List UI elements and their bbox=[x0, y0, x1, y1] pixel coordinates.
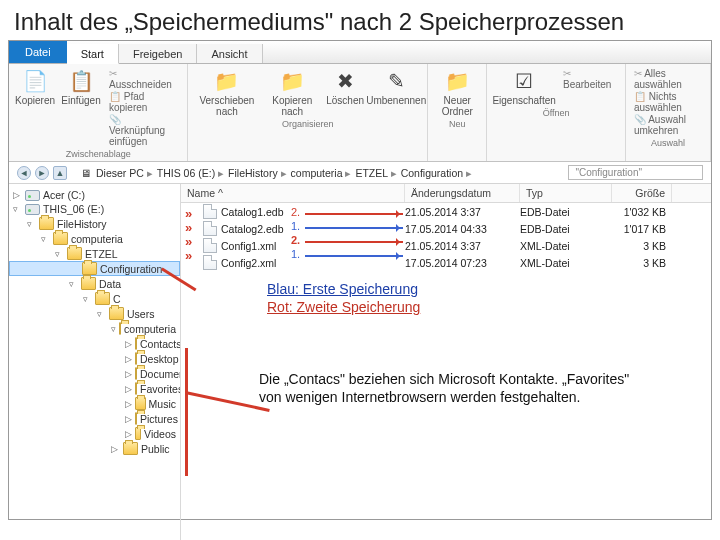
ribbon: 📄Kopieren 📋Einfügen Ausschneiden Pfad ko… bbox=[9, 64, 711, 162]
pastelink-button[interactable]: Verknüpfung einfügen bbox=[109, 114, 179, 147]
cut-button[interactable]: Ausschneiden bbox=[109, 68, 179, 90]
file-name: Config2.xml bbox=[221, 257, 276, 269]
tree-node[interactable]: ▷Favorites bbox=[9, 381, 180, 396]
file-size: 1'017 KB bbox=[612, 223, 672, 235]
folder-icon bbox=[53, 232, 68, 245]
note-text: Die „Contacs" beziehen sich Microsoft Ko… bbox=[259, 370, 639, 406]
crumb-seg[interactable]: FileHistory bbox=[228, 167, 287, 179]
tree-node[interactable]: ▷Contacts bbox=[9, 336, 180, 351]
table-row[interactable]: Catalog1.edb21.05.2014 3:37EDB-Datei1'03… bbox=[181, 203, 711, 220]
callout-line bbox=[185, 348, 188, 476]
explorer-window: Datei Start Freigeben Ansicht 📄Kopieren … bbox=[8, 40, 712, 520]
file-size: 1'032 KB bbox=[612, 206, 672, 218]
tree-node[interactable]: ▿Users bbox=[9, 306, 180, 321]
selectall-button[interactable]: Alles auswählen bbox=[634, 68, 702, 90]
organize-caption: Organisieren bbox=[282, 119, 334, 129]
crumb-seg[interactable]: computeria bbox=[291, 167, 352, 179]
delete-button[interactable]: ✖Löschen bbox=[327, 68, 363, 106]
file-icon bbox=[203, 204, 217, 219]
tree-node[interactable]: ▿Data bbox=[9, 276, 180, 291]
tree-node[interactable]: ▿FileHistory bbox=[9, 216, 180, 231]
tab-file[interactable]: Datei bbox=[9, 41, 67, 63]
folder-icon bbox=[135, 397, 146, 410]
selectinv-button[interactable]: Auswahl umkehren bbox=[634, 114, 702, 136]
file-type: EDB-Datei bbox=[520, 206, 612, 218]
copyto-button[interactable]: 📁Kopieren nach bbox=[268, 68, 318, 117]
column-headers: Name ^ Änderungsdatum Typ Größe bbox=[181, 184, 711, 203]
newfolder-icon: 📁 bbox=[442, 68, 472, 94]
tree-node[interactable]: ▿THIS_06 (E:) bbox=[9, 202, 180, 216]
fwd-icon[interactable]: ► bbox=[35, 166, 49, 180]
slide-title: Inhalt des „Speichermediums" nach 2 Spei… bbox=[0, 0, 720, 40]
drive-icon bbox=[25, 204, 40, 215]
col-size[interactable]: Größe bbox=[612, 184, 672, 202]
up-icon[interactable]: ▲ bbox=[53, 166, 67, 180]
folder-icon bbox=[135, 427, 141, 440]
file-type: EDB-Datei bbox=[520, 223, 612, 235]
tree-node[interactable]: ▷Public bbox=[9, 441, 180, 456]
tree-node[interactable]: ▷Pictures bbox=[9, 411, 180, 426]
tab-view[interactable]: Ansicht bbox=[197, 44, 262, 63]
properties-button[interactable]: ☑Eigenschaften bbox=[495, 68, 553, 106]
file-size: 3 KB bbox=[612, 257, 672, 269]
selectnone-button[interactable]: Nichts auswählen bbox=[634, 91, 702, 113]
rename-icon: ✎ bbox=[381, 68, 411, 94]
tab-start[interactable]: Start bbox=[67, 44, 119, 64]
table-row[interactable]: Catalog2.edb17.05.2014 04:33EDB-Datei1'0… bbox=[181, 220, 711, 237]
search-input[interactable]: "Configuration" bbox=[568, 165, 703, 180]
col-date[interactable]: Änderungsdatum bbox=[405, 184, 520, 202]
crumb-seg[interactable]: ETZEL bbox=[355, 167, 396, 179]
newfolder-button[interactable]: 📁Neuer Ordner bbox=[436, 68, 478, 117]
table-row[interactable]: Config2.xml17.05.2014 07:23XML-Datei3 KB bbox=[181, 254, 711, 271]
folder-icon bbox=[95, 292, 110, 305]
col-type[interactable]: Typ bbox=[520, 184, 612, 202]
edit-button[interactable]: Bearbeiten bbox=[563, 68, 617, 90]
folder-icon bbox=[123, 442, 138, 455]
col-name[interactable]: Name ^ bbox=[181, 184, 405, 202]
copy-icon: 📄 bbox=[20, 68, 50, 94]
nav-tree: ▷Acer (C:) ▿THIS_06 (E:) ▿FileHistory ▿c… bbox=[9, 184, 181, 540]
clipboard-mini: Ausschneiden Pfad kopieren Verknüpfung e… bbox=[109, 68, 179, 147]
file-name: Config1.xml bbox=[221, 240, 276, 252]
file-list: Name ^ Änderungsdatum Typ Größe Catalog1… bbox=[181, 184, 711, 540]
legend: Blau: Erste Speicherung Rot: Zweite Spei… bbox=[267, 280, 420, 316]
tree-node[interactable]: ▷Videos bbox=[9, 426, 180, 441]
table-row[interactable]: Config1.xml21.05.2014 3:37XML-Datei3 KB bbox=[181, 237, 711, 254]
folder-icon bbox=[135, 337, 137, 350]
crumb-seg[interactable]: Dieser PC bbox=[96, 167, 153, 179]
rename-button[interactable]: ✎Umbenennen bbox=[373, 68, 419, 106]
tree-node[interactable]: ▿ETZEL bbox=[9, 246, 180, 261]
moveto-button[interactable]: 📁Verschieben nach bbox=[196, 68, 257, 117]
file-name: Catalog1.edb bbox=[221, 206, 283, 218]
breadcrumb: ◄ ► ▲ 🖥 Dieser PC THIS 06 (E:) FileHisto… bbox=[9, 162, 711, 184]
tree-node[interactable]: ▷Acer (C:) bbox=[9, 188, 180, 202]
crumb-seg[interactable]: Configuration bbox=[401, 167, 472, 179]
tab-share[interactable]: Freigeben bbox=[119, 44, 198, 63]
tree-node-selected[interactable]: Configuration bbox=[9, 261, 180, 276]
tree-node[interactable]: ▷Music bbox=[9, 396, 180, 411]
back-icon[interactable]: ◄ bbox=[17, 166, 31, 180]
file-date: 17.05.2014 07:23 bbox=[405, 257, 520, 269]
file-icon bbox=[203, 221, 217, 236]
tree-node[interactable]: ▿C bbox=[9, 291, 180, 306]
tree-node[interactable]: ▿computeria bbox=[9, 231, 180, 246]
copy-button[interactable]: 📄Kopieren bbox=[17, 68, 53, 106]
file-date: 21.05.2014 3:37 bbox=[405, 240, 520, 252]
file-name: Catalog2.edb bbox=[221, 223, 283, 235]
ribbon-tabs: Datei Start Freigeben Ansicht bbox=[9, 41, 711, 64]
file-date: 17.05.2014 04:33 bbox=[405, 223, 520, 235]
paste-icon: 📋 bbox=[66, 68, 96, 94]
props-icon: ☑ bbox=[509, 68, 539, 94]
open-mini: Bearbeiten bbox=[563, 68, 617, 90]
folder-icon bbox=[109, 307, 124, 320]
copypath-button[interactable]: Pfad kopieren bbox=[109, 91, 179, 113]
select-caption: Auswahl bbox=[651, 138, 685, 148]
crumb-seg[interactable]: THIS 06 (E:) bbox=[157, 167, 224, 179]
tree-node[interactable]: ▷Documents bbox=[9, 366, 180, 381]
file-type: XML-Datei bbox=[520, 240, 612, 252]
tree-node[interactable]: ▿computeria bbox=[9, 321, 180, 336]
file-size: 3 KB bbox=[612, 240, 672, 252]
tree-node[interactable]: ▷Desktop bbox=[9, 351, 180, 366]
move-icon: 📁 bbox=[212, 68, 242, 94]
paste-button[interactable]: 📋Einfügen bbox=[63, 68, 99, 106]
